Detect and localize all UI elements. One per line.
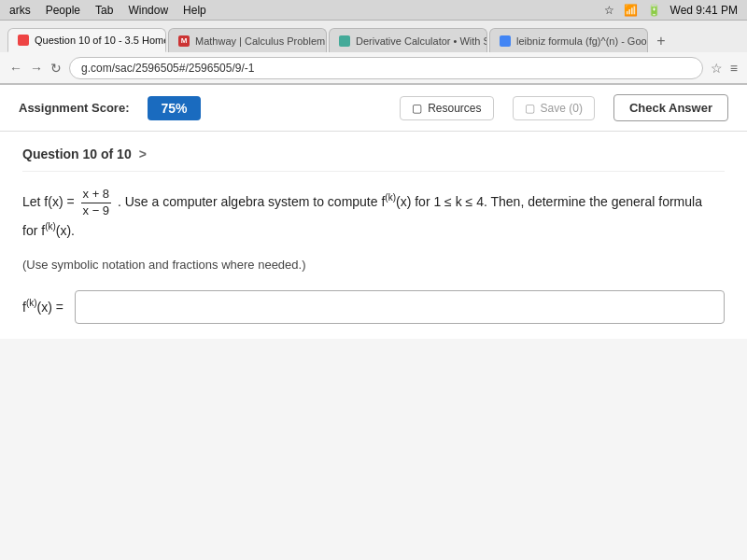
menu-help[interactable]: Help	[183, 4, 206, 17]
question-line4: for f	[22, 223, 45, 238]
resources-button[interactable]: ▢ Resources	[400, 96, 493, 120]
sidebar-icon[interactable]: ≡	[730, 61, 738, 76]
question-counter: Question 10 of 10	[22, 147, 132, 161]
tab-favicon-2: M	[178, 35, 190, 47]
symbolic-note: (Use symbolic notation and fractions whe…	[22, 258, 725, 272]
new-tab-button[interactable]: +	[650, 30, 672, 52]
answer-label: f(k)(x) =	[22, 300, 63, 315]
question-navigation: Question 10 of 10 >	[22, 147, 725, 172]
tab-bar: Question 10 of 10 - 3.5 Home ✕ M Mathway…	[0, 21, 747, 52]
tab-label-3: Derivative Calculator • With S	[356, 35, 487, 47]
browser-chrome: Question 10 of 10 - 3.5 Home ✕ M Mathway…	[0, 21, 747, 85]
check-answer-button[interactable]: Check Answer	[613, 94, 728, 121]
title-bar: arks People Tab Window Help ☆ 📶 🔋 Wed 9:…	[0, 0, 747, 21]
address-right-icons: ☆ ≡	[711, 61, 738, 76]
question-line5: (x).	[56, 223, 75, 238]
menu-tab[interactable]: Tab	[95, 4, 113, 17]
resources-icon: ▢	[412, 102, 422, 115]
wifi-icon: 📶	[624, 4, 638, 17]
fraction: x + 8 x − 9	[81, 187, 112, 219]
check-answer-label: Check Answer	[629, 101, 712, 115]
save-label: Save (0)	[541, 102, 583, 115]
x-equals: (x) =	[37, 300, 63, 315]
question-line3: (x) for 1 ≤ k ≤ 4. Then, determine the g…	[396, 194, 702, 209]
question-area: Question 10 of 10 > Let f(x) = x + 8 x −…	[0, 132, 747, 339]
bluetooth-icon: ☆	[604, 4, 614, 17]
address-input[interactable]	[69, 57, 703, 79]
superscript-k-2: (k)	[45, 221, 56, 231]
assignment-header: Assignment Score: 75% ▢ Resources ▢ Save…	[0, 85, 747, 132]
back-icon[interactable]: ←	[9, 61, 22, 76]
tab-label-4: leibniz formula (fg)^(n) - Goo	[516, 35, 647, 47]
battery-icon: 🔋	[647, 4, 661, 17]
question-text: Let f(x) = x + 8 x − 9 . Use a computer …	[22, 187, 725, 243]
question-line2: . Use a computer algebra system to compu…	[118, 194, 385, 209]
tab-label-2: Mathway | Calculus Problem S	[195, 35, 327, 47]
tab-mathway[interactable]: M Mathway | Calculus Problem S ✕	[168, 28, 327, 52]
tab-google[interactable]: leibniz formula (fg)^(n) - Goo ✕	[489, 28, 648, 52]
tab-favicon-1	[18, 35, 29, 46]
chevron-right-icon[interactable]: >	[139, 147, 147, 161]
menu-people[interactable]: People	[46, 4, 80, 17]
tab-label-1: Question 10 of 10 - 3.5 Home	[35, 35, 166, 46]
menu-arks[interactable]: arks	[9, 4, 31, 17]
score-badge: 75%	[148, 96, 200, 120]
answer-row: f(k)(x) =	[22, 290, 725, 324]
menu-window[interactable]: Window	[128, 4, 168, 17]
reload-icon[interactable]: ↻	[50, 61, 62, 76]
titlebar-right: ☆ 📶 🔋 Wed 9:41 PM	[604, 4, 738, 17]
tab-favicon-3	[339, 35, 350, 47]
forward-icon[interactable]: →	[30, 61, 43, 76]
superscript-k-answer: (k)	[26, 298, 37, 308]
let-fx-label: Let f(x) =	[22, 194, 75, 209]
save-icon: ▢	[525, 102, 535, 115]
superscript-k-1: (k)	[385, 192, 396, 203]
tab-favicon-4	[500, 35, 511, 47]
fraction-numerator: x + 8	[81, 187, 112, 203]
menu-bar: arks People Tab Window Help	[9, 4, 206, 17]
nav-buttons: ← → ↻	[9, 61, 62, 76]
fraction-denominator: x − 9	[81, 203, 112, 219]
address-bar: ← → ↻ ☆ ≡	[0, 52, 747, 84]
save-button[interactable]: ▢ Save (0)	[513, 96, 595, 120]
tab-question[interactable]: Question 10 of 10 - 3.5 Home ✕	[7, 28, 166, 52]
resources-label: Resources	[428, 102, 481, 115]
clock: Wed 9:41 PM	[670, 4, 738, 17]
bookmark-icon[interactable]: ☆	[711, 61, 723, 76]
score-label: Assignment Score:	[19, 101, 129, 115]
answer-input[interactable]	[75, 290, 725, 324]
tab-derivative[interactable]: Derivative Calculator • With S ✕	[329, 28, 487, 52]
page-content: Assignment Score: 75% ▢ Resources ▢ Save…	[0, 85, 747, 560]
